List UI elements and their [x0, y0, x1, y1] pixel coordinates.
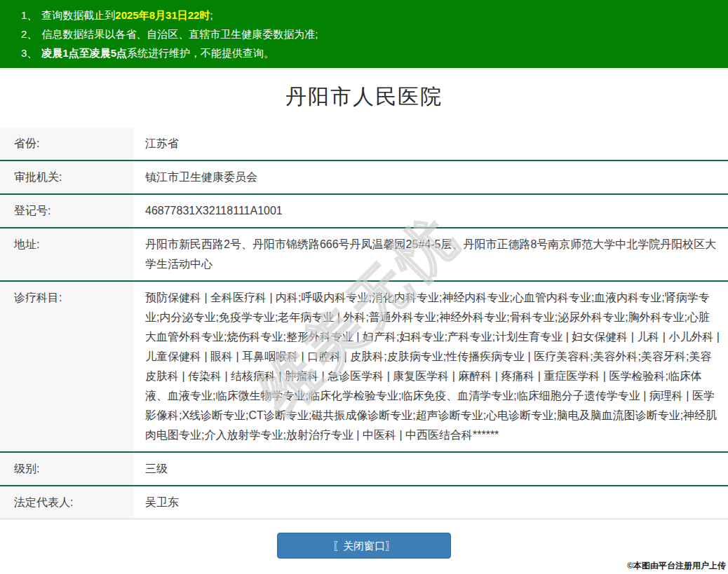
notice-number: 1、	[21, 9, 37, 21]
row-value: 镇江市卫生健康委员会	[134, 160, 728, 194]
notice-text: 系统进行维护，不能提供查询。	[127, 47, 274, 59]
notice-number: 3、	[21, 47, 37, 59]
notice-text: ;	[210, 9, 213, 21]
page-title: 丹阳市人民医院	[0, 83, 728, 111]
table-row-approval-authority: 审批机关: 镇江市卫生健康委员会	[0, 160, 728, 194]
notice-line-3: 3、凌晨1点至凌晨5点系统进行维护，不能提供查询。	[21, 43, 721, 62]
row-label: 省份:	[0, 128, 134, 160]
row-label: 地址:	[0, 228, 134, 281]
button-row: 〖关闭窗口〗	[0, 533, 728, 559]
notice-number: 2、	[21, 28, 37, 40]
notice-line-1: 1、查询数据截止到2025年8月31日22时;	[21, 6, 721, 25]
row-value: 江苏省	[134, 128, 728, 160]
upload-credit-text: ©本图由平台注册用户上传	[627, 560, 726, 572]
row-value: 吴卫东	[134, 486, 728, 519]
table-row-registration-number: 登记号: 46877831X32118111A1001	[0, 194, 728, 228]
row-label: 诊疗科目:	[0, 281, 134, 452]
table-row-address: 地址: 丹阳市新民西路2号、丹阳市锦绣路666号丹凤温馨园25#4-5层、丹阳市…	[0, 228, 728, 281]
table-row-medical-departments: 诊疗科目: 预防保健科 | 全科医疗科 | 内科;呼吸内科专业;消化内科专业;神…	[0, 281, 728, 452]
row-label: 审批机关:	[0, 160, 134, 194]
notice-highlight-maintenance: 凌晨1点至凌晨5点	[41, 47, 127, 59]
row-value: 丹阳市新民西路2号、丹阳市锦绣路666号丹凤温馨园25#4-5层、丹阳市正德路8…	[134, 228, 728, 281]
table-row-level: 级别: 三级	[0, 452, 728, 486]
row-value: 46877831X32118111A1001	[134, 194, 728, 228]
notice-text: 信息数据结果以各省、自治区、直辖市卫生健康委数据为准;	[41, 28, 318, 40]
hospital-info-table: 省份: 江苏省 审批机关: 镇江市卫生健康委员会 登记号: 46877831X3…	[0, 128, 728, 519]
notice-banner: 1、查询数据截止到2025年8月31日22时; 2、信息数据结果以各省、自治区、…	[0, 0, 728, 68]
row-label: 法定代表人:	[0, 486, 134, 519]
row-value: 三级	[134, 452, 728, 486]
table-row-province: 省份: 江苏省	[0, 128, 728, 160]
notice-text: 查询数据截止到	[41, 9, 115, 21]
row-label: 登记号:	[0, 194, 134, 228]
close-window-button[interactable]: 〖关闭窗口〗	[277, 533, 451, 559]
row-value: 预防保健科 | 全科医疗科 | 内科;呼吸内科专业;消化内科专业;神经内科专业;…	[134, 281, 728, 452]
table-row-legal-representative: 法定代表人: 吴卫东	[0, 486, 728, 519]
notice-line-2: 2、信息数据结果以各省、自治区、直辖市卫生健康委数据为准;	[21, 25, 721, 43]
notice-highlight-date: 2025年8月31日22时	[115, 9, 210, 21]
row-label: 级别:	[0, 452, 134, 486]
